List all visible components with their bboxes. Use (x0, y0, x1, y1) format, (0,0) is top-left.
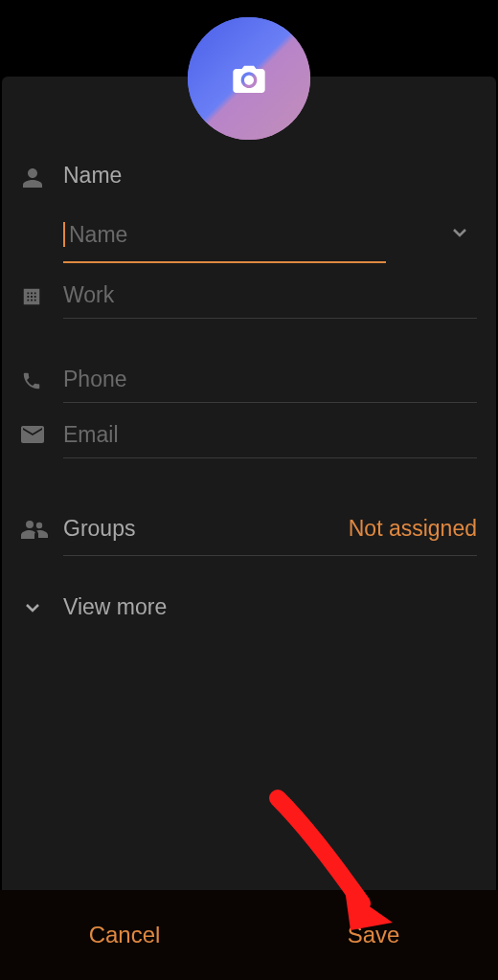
work-label: Work (63, 282, 114, 308)
text-cursor (63, 222, 65, 247)
email-icon (21, 426, 44, 443)
phone-icon (21, 370, 42, 391)
phone-label: Phone (63, 367, 127, 392)
building-icon (21, 286, 42, 307)
svg-point-1 (36, 523, 42, 528)
email-input[interactable]: Email (63, 422, 477, 458)
cancel-button[interactable]: Cancel (0, 890, 249, 980)
email-label: Email (63, 422, 119, 448)
groups-section: Groups Not assigned (21, 516, 477, 556)
name-placeholder: Name (69, 222, 431, 248)
action-bar: Cancel Save (0, 890, 498, 980)
name-input-row[interactable]: Name (63, 215, 477, 263)
view-more-label: View more (63, 594, 167, 620)
people-icon (21, 520, 48, 539)
phone-section: Phone (21, 367, 477, 403)
email-section: Email (21, 422, 477, 458)
work-input[interactable]: Work (63, 282, 477, 319)
phone-input[interactable]: Phone (63, 367, 477, 403)
contact-form: Name Name (2, 77, 496, 890)
chevron-down-icon[interactable] (442, 215, 477, 254)
avatar-picker[interactable] (188, 17, 310, 140)
groups-value: Not assigned (349, 516, 477, 542)
camera-icon (230, 62, 268, 95)
groups-label: Groups (63, 516, 135, 542)
groups-row[interactable]: Groups Not assigned (63, 516, 477, 556)
save-button[interactable]: Save (249, 890, 498, 980)
person-icon (21, 167, 44, 189)
name-label: Name (63, 163, 477, 189)
view-more-row[interactable]: View more (21, 594, 477, 620)
name-section: Name Name (21, 163, 477, 263)
work-section: Work (21, 282, 477, 319)
chevron-down-icon (21, 596, 44, 619)
svg-point-0 (26, 521, 34, 528)
